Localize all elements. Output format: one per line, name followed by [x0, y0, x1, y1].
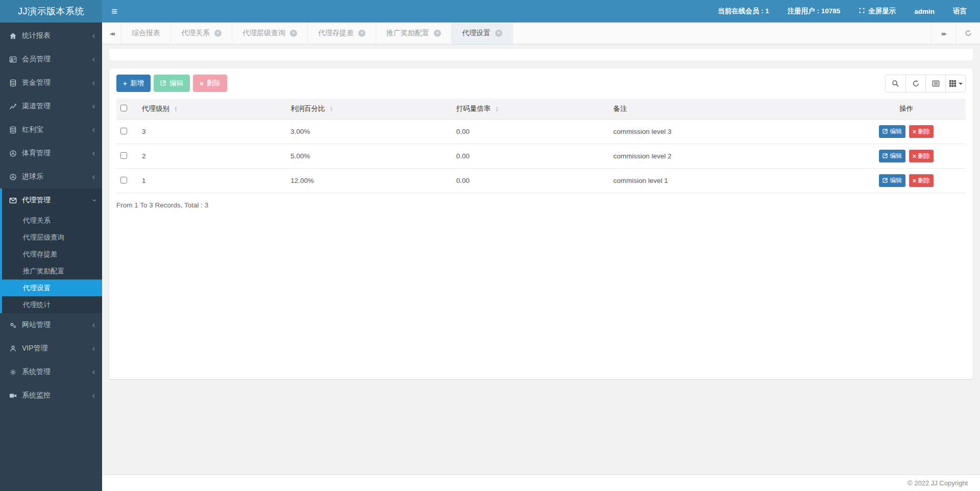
tab-agent-level-query[interactable]: 代理层级查询 ×: [232, 22, 308, 44]
sidebar-subitem-agent-level-query[interactable]: 代理层级查询: [2, 229, 102, 246]
tab-agent-settings[interactable]: 代理设置 ×: [452, 22, 513, 44]
column-header-actions: 操作: [847, 99, 966, 120]
sidebar-item-label: 红利宝: [22, 125, 92, 134]
row-delete-button[interactable]: ×删除: [909, 150, 934, 162]
column-header-agent-level[interactable]: 代理级别▴▾: [138, 99, 286, 120]
edit-icon: [883, 153, 888, 160]
tab-close-icon[interactable]: ×: [214, 30, 222, 37]
edit-icon: [160, 80, 166, 87]
sidebar-item-statistics[interactable]: 统计报表 ‹: [0, 24, 102, 48]
chevron-left-icon: ‹: [92, 391, 95, 400]
row-checkbox[interactable]: [120, 152, 127, 159]
sidebar-item-members[interactable]: 会员管理 ‹: [0, 48, 102, 71]
delete-button[interactable]: × 删除: [193, 75, 227, 92]
row-edit-button[interactable]: 编辑: [879, 125, 905, 138]
language-menu[interactable]: 语言: [953, 7, 967, 16]
sidebar-item-system-monitor[interactable]: 系统监控 ‹: [0, 384, 102, 407]
sidebar-item-label: 资金管理: [22, 78, 92, 87]
sidebar-subitem-promo-reward-config[interactable]: 推广奖励配置: [2, 263, 102, 279]
table-row[interactable]: 1 12.00% 0.00 commision level 1 编辑 ×删除: [116, 169, 966, 193]
sidebar-item-label: VIP管理: [22, 344, 92, 353]
table-row[interactable]: 2 5.00% 0.00 commission level 2 编辑 ×删除: [116, 144, 966, 169]
chevron-left-icon: ‹: [92, 126, 95, 134]
sidebar-item-channels[interactable]: 渠道管理 ‹: [0, 95, 102, 118]
tab-agent-relation[interactable]: 代理关系 ×: [171, 22, 232, 44]
sidebar-item-sports[interactable]: 体育管理 ‹: [0, 142, 102, 165]
tab-close-icon[interactable]: ×: [434, 30, 441, 37]
tabs-scroll-left-icon[interactable]: ◂◂: [102, 22, 121, 44]
app-window: JJ演示版本系统 统计报表 ‹ 会员管理 ‹ 资金管理 ‹ 渠道管理 ‹: [0, 0, 980, 491]
row-edit-button[interactable]: 编辑: [879, 150, 905, 162]
row-delete-button[interactable]: ×删除: [909, 174, 934, 187]
close-icon: ×: [913, 178, 916, 184]
cell-remark: commission level 3: [609, 120, 847, 144]
cell-bet-multiple: 0.00: [452, 120, 609, 144]
row-checkbox[interactable]: [120, 128, 127, 134]
tab-close-icon[interactable]: ×: [290, 30, 297, 37]
cell-profit-percent: 3.00%: [286, 120, 452, 144]
detail-view-icon[interactable]: [925, 75, 945, 92]
chevron-left-icon: ‹: [92, 149, 95, 157]
sidebar-subitem-agent-statistics[interactable]: 代理统计: [2, 296, 102, 313]
columns-icon[interactable]: [945, 75, 965, 92]
sidebar-group-agent: 代理管理 ‹ 代理关系 代理层级查询 代理存提差 推广奖励配置 代理设置 代理统…: [0, 189, 102, 313]
close-icon: ×: [200, 80, 204, 87]
cell-remark: commission level 2: [609, 144, 847, 169]
tabs-refresh-icon[interactable]: [955, 22, 980, 44]
close-icon: ×: [913, 129, 916, 135]
row-checkbox[interactable]: [120, 177, 127, 183]
edit-icon: [883, 128, 888, 135]
tab-comprehensive-report[interactable]: 综合报表: [121, 22, 171, 44]
database-icon: [9, 126, 17, 134]
sidebar-subitem-agent-settings[interactable]: 代理设置: [2, 279, 102, 296]
fullscreen-button[interactable]: 全屏显示: [859, 7, 896, 16]
sidebar-item-label: 系统监控: [22, 391, 92, 400]
video-camera-icon: [9, 392, 17, 400]
sidebar-item-goal-fun[interactable]: 进球乐 ‹: [0, 165, 102, 189]
tab-bar: ◂◂ 综合报表 代理关系 × 代理层级查询 × 代理存提差 × 推广奖励配置 ×…: [102, 22, 980, 44]
user-menu[interactable]: admin: [914, 8, 935, 15]
tab-agent-deposit-diff[interactable]: 代理存提差 ×: [308, 22, 376, 44]
sidebar-item-system-mgmt[interactable]: 系统管理 ‹: [0, 360, 102, 384]
futbol-icon: [9, 173, 17, 181]
sidebar-item-agent[interactable]: 代理管理 ‹: [2, 189, 102, 212]
sort-icon: ▴▾: [496, 106, 498, 112]
hamburger-icon[interactable]: ≡: [102, 0, 127, 22]
chevron-left-icon: ‹: [92, 79, 95, 87]
sidebar-item-vip[interactable]: VIP管理 ‹: [0, 337, 102, 360]
member-card-icon: [9, 56, 17, 63]
column-header-profit-percent[interactable]: 利润百分比▴▾: [286, 99, 452, 120]
sidebar-item-label: 系统管理: [22, 367, 92, 377]
column-header-remark: 备注: [609, 99, 847, 120]
sidebar-item-label: 渠道管理: [22, 102, 92, 111]
edit-button[interactable]: 编辑: [154, 75, 190, 92]
chevron-left-icon: ‹: [92, 321, 95, 329]
column-header-bet-multiple[interactable]: 打码量倍率▴▾: [452, 99, 609, 120]
close-icon: ×: [913, 153, 916, 159]
main-column: ≡ 当前在线会员 : 1 注册用户 : 10785 全屏显示 admin 语言 …: [102, 0, 980, 491]
row-delete-button[interactable]: ×删除: [909, 125, 934, 138]
database-icon: [9, 79, 17, 87]
select-all-checkbox[interactable]: [120, 105, 127, 111]
tabs-scroll-right-icon[interactable]: ▸▸: [931, 22, 955, 44]
sidebar-subitem-agent-relation[interactable]: 代理关系: [2, 212, 102, 229]
agent-settings-panel: + 新增 编辑 × 删除: [109, 68, 973, 379]
tab-close-icon[interactable]: ×: [358, 30, 365, 37]
sidebar-item-bonus[interactable]: 红利宝 ‹: [0, 118, 102, 142]
tab-label: 代理存提差: [318, 29, 354, 38]
page-footer: © 2022 JJ Copyright: [102, 475, 980, 491]
refresh-icon[interactable]: [905, 75, 925, 92]
sidebar-item-funds[interactable]: 资金管理 ‹: [0, 71, 102, 95]
table-row[interactable]: 3 3.00% 0.00 commission level 3 编辑 ×删除: [116, 120, 966, 144]
tab-promo-reward-config[interactable]: 推广奖励配置 ×: [376, 22, 452, 44]
pagination-summary: From 1 To 3 Records, Total : 3: [116, 201, 966, 209]
row-edit-button[interactable]: 编辑: [879, 174, 905, 187]
sidebar-subitem-agent-deposit-diff[interactable]: 代理存提差: [2, 246, 102, 263]
tab-label: 代理层级查询: [242, 29, 285, 38]
tab-close-icon[interactable]: ×: [495, 30, 502, 37]
search-icon[interactable]: [886, 75, 905, 92]
sidebar-item-website[interactable]: 网站管理 ‹: [0, 313, 102, 337]
cell-remark: commision level 1: [609, 169, 847, 193]
add-button[interactable]: + 新增: [116, 75, 151, 92]
cell-profit-percent: 12.00%: [286, 169, 452, 193]
